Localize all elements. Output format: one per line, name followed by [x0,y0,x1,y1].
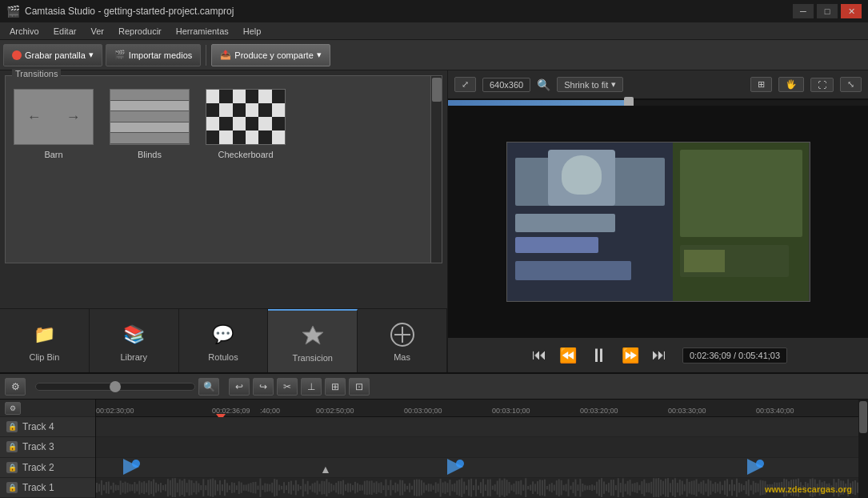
svg-rect-233 [622,478,624,496]
minimize-button[interactable]: ─ [793,4,814,18]
svg-rect-255 [674,478,676,497]
preview-left-section [507,143,674,301]
transition-blinds[interactable]: Blinds [110,89,190,159]
svg-rect-74 [246,484,247,490]
undo-button[interactable]: ↩ [229,378,250,396]
scrollbar-thumb[interactable] [859,401,867,433]
go-to-start-button[interactable]: ⏮ [529,343,550,367]
menu-herramientas[interactable]: Herramientas [170,25,235,38]
produce-dropdown[interactable]: ▾ [317,50,322,60]
progress-bar[interactable] [448,99,868,106]
svg-rect-151 [428,484,430,492]
media-clip-3[interactable] [744,458,766,478]
svg-rect-297 [774,482,775,493]
svg-rect-98 [302,479,304,496]
track-3-lock[interactable]: 🔒 [6,441,18,452]
tab-clip-bin[interactable]: 📁 Clip Bin [0,309,90,372]
svg-rect-106 [321,480,322,494]
media-clip-2[interactable] [444,458,466,478]
preview-screen [506,142,810,302]
import-button[interactable]: 🎬 Importar medios [106,44,201,66]
shrink-to-fit-button[interactable]: Shrink to fit ▾ [557,77,623,92]
svg-rect-164 [458,480,460,496]
close-button[interactable]: ✕ [841,4,862,18]
timeline-settings-button[interactable]: ⚙ [5,378,26,396]
preview-btn-3[interactable]: ⛶ [810,78,834,92]
zoom-handle[interactable] [110,381,121,392]
checker-cell [272,131,285,144]
rewind-button[interactable]: ⏪ [556,343,580,367]
svg-rect-12 [98,484,100,491]
svg-rect-225 [603,481,605,493]
tab-library[interactable]: 📚 Library [90,309,179,372]
tab-rotulos[interactable]: 💬 Rotulos [179,309,269,372]
svg-rect-28 [136,484,138,491]
transitions-scrollbar[interactable] [430,76,442,263]
tab-transicion[interactable]: Transicion [268,309,358,372]
split-button[interactable]: ⊥ [301,378,322,396]
cut-button[interactable]: ✂ [277,378,298,396]
svg-rect-115 [342,480,344,495]
preview-content-5 [680,150,802,237]
track-config-button[interactable]: ⚙ [5,402,21,415]
tab-mas[interactable]: Mas [358,309,447,372]
track-2-label: 🔒 Track 2 [0,458,95,478]
zoom-out-btn[interactable]: 🔍 [198,378,219,396]
svg-rect-328 [847,479,849,496]
barn-arrow-left: ← [27,109,42,126]
checker-cell [219,131,232,144]
svg-rect-71 [238,481,240,494]
svg-rect-204 [554,484,555,490]
svg-point-5 [132,460,140,468]
svg-rect-145 [414,480,415,496]
blind-2 [110,101,189,112]
redo-button[interactable]: ↪ [253,378,274,396]
svg-rect-315 [817,484,818,492]
zoom-bar[interactable] [35,383,195,391]
record-button[interactable]: Grabar pantalla ▾ [3,44,102,66]
fast-forward-button[interactable]: ⏩ [618,343,642,367]
track-2-lock[interactable]: 🔒 [6,462,18,473]
transition-barn[interactable]: ← → Barn [14,89,94,159]
timeline-scrollbar[interactable] [858,400,868,498]
menu-ver[interactable]: Ver [84,25,110,38]
shrink-dropdown-icon: ▾ [611,79,616,90]
preview-btn-2[interactable]: 🖐 [778,77,804,92]
svg-rect-45 [177,483,178,492]
group-button[interactable]: ⊞ [325,378,346,396]
maximize-button[interactable]: □ [817,4,838,18]
play-pause-button[interactable]: ⏸ [586,341,612,370]
go-to-end-button[interactable]: ⏭ [649,343,670,367]
transition-checkerboard[interactable]: Checkerboard [206,89,286,159]
svg-rect-65 [224,480,226,496]
svg-rect-244 [648,483,650,492]
menu-archivo[interactable]: Archivo [3,25,46,38]
preview-btn-1[interactable]: ⊞ [750,77,772,92]
produce-button[interactable]: 📤 Produce y comparte ▾ [211,44,330,66]
menu-editar[interactable]: Editar [47,25,83,38]
preview-btn-4[interactable]: ⤡ [840,77,862,92]
svg-rect-25 [129,484,130,491]
checker-cell [206,117,219,131]
svg-rect-132 [382,485,384,490]
menu-help[interactable]: Help [237,25,268,38]
svg-rect-227 [608,483,610,492]
svg-rect-289 [755,483,757,492]
time-ruler: 00:02:30;00 00:02:36;09 :40;00 00:02:50;… [96,400,858,417]
menu-reproducir[interactable]: Reproducir [112,25,168,38]
more-button[interactable]: ⊡ [349,378,370,396]
svg-rect-296 [771,484,773,492]
media-clip-1[interactable] [120,458,142,478]
svg-rect-59 [210,479,211,496]
svg-rect-127 [371,480,373,495]
svg-rect-162 [454,483,455,492]
track-1-lock[interactable]: 🔒 [6,482,18,493]
svg-rect-154 [435,482,437,493]
preview-resize-button[interactable]: ⤢ [454,77,476,92]
transitions-scrollbar-thumb[interactable] [432,78,442,102]
record-dropdown[interactable]: ▾ [89,50,94,60]
checker-cell [219,117,232,131]
svg-rect-320 [828,483,830,492]
track-4-lock[interactable]: 🔒 [6,421,18,432]
svg-rect-73 [243,484,245,490]
